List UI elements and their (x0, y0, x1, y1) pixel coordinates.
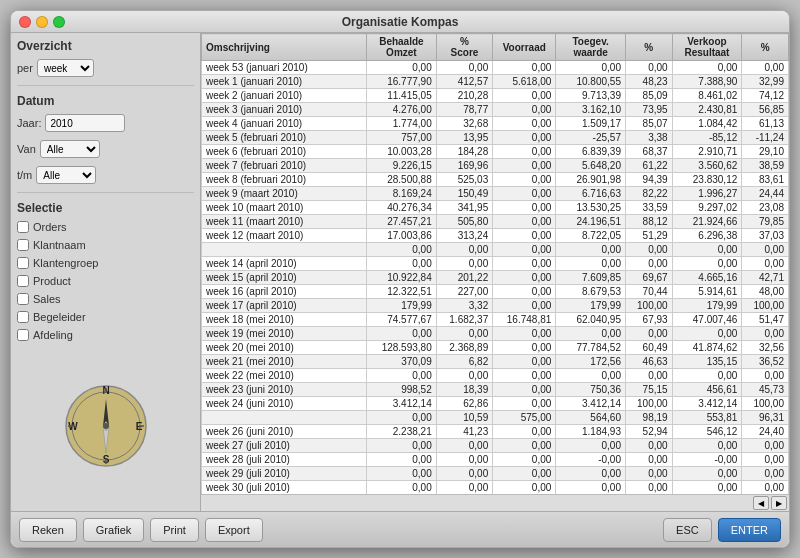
per-row: per week maand (17, 59, 194, 77)
table-row: week 26 (juni 2010)2.238,2141,230,001.18… (202, 425, 789, 439)
table-cell: 47.007,46 (672, 313, 742, 327)
orders-checkbox[interactable] (17, 221, 29, 233)
table-cell: 150,49 (436, 187, 493, 201)
van-label: Van (17, 143, 36, 155)
svg-point-8 (103, 423, 109, 429)
table-cell: -85,12 (672, 131, 742, 145)
table-cell: 18,39 (436, 383, 493, 397)
table-cell: 0,00 (367, 481, 437, 495)
table-cell: 74.577,67 (367, 313, 437, 327)
table-cell: week 3 (januari 2010) (202, 103, 367, 117)
table-cell: 38,59 (742, 159, 789, 173)
begeleider-checkbox[interactable] (17, 311, 29, 323)
table-cell: 0,00 (556, 481, 626, 495)
table-cell: 78,77 (436, 103, 493, 117)
minimize-button[interactable] (36, 16, 48, 28)
tm-select[interactable]: Alle (36, 166, 96, 184)
col-header-verkoop-resultaat: VerkoopResultaat (672, 34, 742, 61)
table-cell: 564,60 (556, 411, 626, 425)
table-cell: 1.184,93 (556, 425, 626, 439)
table-scroll[interactable]: Omschrijving BehaaldeOmzet %Score Voorra… (201, 33, 789, 494)
table-cell: 0,00 (493, 117, 556, 131)
klantnaam-row: Klantnaam (17, 239, 194, 251)
table-cell: 0,00 (556, 243, 626, 257)
export-button[interactable]: Export (205, 518, 263, 542)
table-cell: 0,00 (367, 411, 437, 425)
jaar-label: Jaar: (17, 117, 41, 129)
main-window: Organisatie Kompas Overzicht per week ma… (10, 10, 790, 548)
van-select[interactable]: Alle (40, 140, 100, 158)
table-cell: 77.784,52 (556, 341, 626, 355)
table-cell: 11.415,05 (367, 89, 437, 103)
table-cell: 4.276,00 (367, 103, 437, 117)
table-cell: 16.748,81 (493, 313, 556, 327)
klantnaam-label: Klantnaam (33, 239, 86, 251)
table-cell: week 2 (januari 2010) (202, 89, 367, 103)
table-cell: 98,19 (625, 411, 672, 425)
table-cell: 179,99 (556, 299, 626, 313)
table-row: week 2 (januari 2010)11.415,05210,280,00… (202, 89, 789, 103)
table-cell: 0,00 (742, 257, 789, 271)
print-button[interactable]: Print (150, 518, 199, 542)
table-cell: 10,59 (436, 411, 493, 425)
table-cell: 0,00 (672, 481, 742, 495)
table-row: week 12 (maart 2010)17.003,86313,240,008… (202, 229, 789, 243)
table-cell: 85,09 (625, 89, 672, 103)
table-cell: 3.412,14 (367, 397, 437, 411)
table-cell: 10.922,84 (367, 271, 437, 285)
col-header-pct: % (625, 34, 672, 61)
klantnaam-checkbox[interactable] (17, 239, 29, 251)
table-cell: 0,00 (556, 257, 626, 271)
per-label: per (17, 62, 33, 74)
scroll-right-btn[interactable]: ▶ (771, 496, 787, 510)
grafiek-button[interactable]: Grafiek (83, 518, 144, 542)
enter-button[interactable]: ENTER (718, 518, 781, 542)
table-row: week 53 (januari 2010)0,000,000,000,000,… (202, 61, 789, 75)
table-cell: week 53 (januari 2010) (202, 61, 367, 75)
table-cell: 68,37 (625, 145, 672, 159)
jaar-row: Jaar: (17, 114, 194, 132)
product-row: Product (17, 275, 194, 287)
table-cell: 5.914,61 (672, 285, 742, 299)
klantengroep-row: Klantengroep (17, 257, 194, 269)
table-row: week 18 (mei 2010)74.577,671.682,3716.74… (202, 313, 789, 327)
per-select[interactable]: week maand (37, 59, 94, 77)
maximize-button[interactable] (53, 16, 65, 28)
table-cell: 227,00 (436, 285, 493, 299)
table-cell: 3.412,14 (556, 397, 626, 411)
table-cell: week 4 (januari 2010) (202, 117, 367, 131)
sales-checkbox[interactable] (17, 293, 29, 305)
table-cell: 33,59 (625, 201, 672, 215)
close-button[interactable] (19, 16, 31, 28)
traffic-lights (19, 16, 65, 28)
table-cell: 0,00 (742, 61, 789, 75)
table-cell: week 29 (juli 2010) (202, 467, 367, 481)
esc-button[interactable]: ESC (663, 518, 712, 542)
scroll-left-btn[interactable]: ◀ (753, 496, 769, 510)
table-cell: 0,00 (556, 439, 626, 453)
table-row: week 20 (mei 2010)128.593,802.368,890,00… (202, 341, 789, 355)
table-cell: 412,57 (436, 75, 493, 89)
table-cell: week 22 (mei 2010) (202, 369, 367, 383)
table-cell: 1.774,00 (367, 117, 437, 131)
jaar-input[interactable] (45, 114, 125, 132)
table-cell: 179,99 (367, 299, 437, 313)
table-cell: week 21 (mei 2010) (202, 355, 367, 369)
reken-button[interactable]: Reken (19, 518, 77, 542)
table-cell: 505,80 (436, 215, 493, 229)
table-cell: 8.461,02 (672, 89, 742, 103)
table-cell: 0,00 (742, 243, 789, 257)
table-cell: week 26 (juni 2010) (202, 425, 367, 439)
table-row: week 17 (april 2010)179,993,320,00179,99… (202, 299, 789, 313)
overzicht-title: Overzicht (17, 39, 194, 53)
table-cell: 0,00 (672, 467, 742, 481)
table-cell: week 5 (februari 2010) (202, 131, 367, 145)
klantengroep-checkbox[interactable] (17, 257, 29, 269)
table-cell: 3.560,62 (672, 159, 742, 173)
table-cell: 24,40 (742, 425, 789, 439)
afdeling-checkbox[interactable] (17, 329, 29, 341)
product-checkbox[interactable] (17, 275, 29, 287)
table-cell: week 30 (juli 2010) (202, 481, 367, 495)
table-cell: 32,68 (436, 117, 493, 131)
table-cell: 0,00 (493, 383, 556, 397)
